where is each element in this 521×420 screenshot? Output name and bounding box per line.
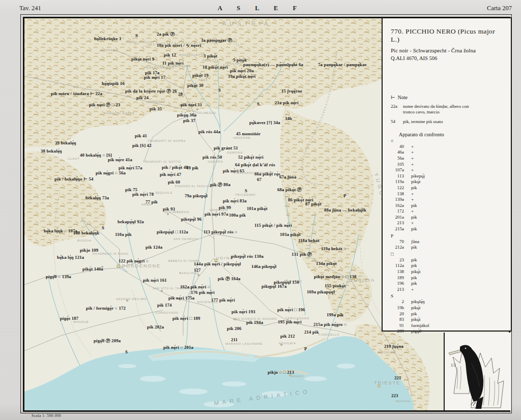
map-point-label: pik 35 <box>150 106 162 111</box>
map-point-label: 19a pikǫ́t nę́ri <box>228 74 255 79</box>
note-row: 22anome derivato da łónḑar, albero con t… <box>391 104 504 115</box>
map-point-label: pigǫ̂θ Ⓟ 209a <box>94 338 121 344</box>
legend-row-term: ʃûna <box>411 239 504 245</box>
legend-row: 56a+ <box>391 156 504 162</box>
legend-row: 107a+ <box>391 167 504 173</box>
map-point-label: pikǫ́t 30 <box>187 83 204 88</box>
legend-row-number: 122 <box>391 185 411 191</box>
map-point-label: 2a pik Ⓟ <box>157 32 175 38</box>
legend-row-term: + <box>411 191 504 197</box>
town-label: FORNI AVOLTRI <box>126 41 154 44</box>
legend-row-number: 56a <box>391 156 411 162</box>
map-point-label: 144a pik nę́ri / pikepǫ́ųl <box>194 261 241 266</box>
legend-group-symbol: S <box>391 293 504 299</box>
legend-row-term: + <box>411 167 504 173</box>
questionnaire-ref: Q.ALI 4670, AIS 506 <box>391 55 504 61</box>
town-dot <box>196 108 198 110</box>
map-point-label: pik / pikǫ́t 48 <box>162 165 188 170</box>
map-point-label: 52 pikǫ́t nę́ri <box>238 155 264 160</box>
town-label: PALUZZA <box>202 59 219 62</box>
map-point-label: pik Ⓟ 80a <box>210 182 230 188</box>
legend-row-number: 213 <box>391 287 411 293</box>
map-point-label: pik nę́ri □ 196 <box>277 307 305 312</box>
legend-row-number: 105 <box>391 162 411 168</box>
map-point-label: 119a bekót ○ <box>321 246 346 251</box>
map-point-label: 115 pikǫ́t / pik nę́ri <box>254 223 292 228</box>
note-number: 54 <box>391 119 403 125</box>
legend-row-term: pikepǫ́j <box>411 173 504 179</box>
town-dot <box>167 213 169 215</box>
map-point-label: pigǫ́s 187 <box>60 316 78 321</box>
town-dot <box>280 344 282 346</box>
legend-row-term: pik <box>411 263 504 269</box>
legend-row-number: 196 <box>391 281 411 287</box>
map-point-label: 40 bekalę́ŋ ○ [S] <box>80 153 112 158</box>
legend-row-number: 46a <box>391 149 411 156</box>
notes-header-label: Note <box>398 95 408 100</box>
legend-row-number: 215a <box>391 226 411 232</box>
town-label: TRAMONTI DI SOPRA <box>148 139 186 142</box>
legend-row: 201apik <box>391 215 504 221</box>
map-point-label: pik 206 <box>227 326 242 331</box>
map-point-label: pik 174 <box>157 303 172 308</box>
town-label: OSOPPO <box>208 160 223 163</box>
legend-row-number: 119a <box>391 179 411 185</box>
legend-row: 46a+ <box>391 149 504 156</box>
map-point-label: 162a pik nę́ri ○ <box>180 284 210 289</box>
map-point-label: S <box>257 101 259 106</box>
map-point-label: pik nę́ri 161 <box>143 278 167 283</box>
map-point-label: pik nę́ri 47 <box>160 172 181 177</box>
map-point-label: 34b <box>285 116 292 121</box>
map-point-label: 169a pikapǫ́ųl <box>307 289 335 294</box>
legend-row-term: pik <box>411 311 504 317</box>
legend-row-term: pik <box>411 226 504 232</box>
legend-row: 138pikǫ́t <box>391 269 504 275</box>
town-dot <box>197 274 199 276</box>
legend-row-term: + <box>411 197 504 203</box>
map-point-label: 3 pikǫ́t <box>204 53 217 58</box>
map-point-label: pik nę́ri 17 <box>144 75 165 80</box>
map-point-label: hǫ́llekrōŋke 1 <box>94 36 122 41</box>
legend-row-number: 19b <box>391 305 411 311</box>
map-point-label: pik nę́ri □ 189 <box>172 316 200 321</box>
map-point-label: pik nę́ri 20a <box>230 68 254 73</box>
map-point-label: pik 37 <box>183 118 195 123</box>
map-point-label: pigǫ̂θ ○ 139a <box>46 274 71 279</box>
legend-row-term: pikǫlę́ŋ <box>411 299 504 305</box>
legend-row-number: 138 <box>391 191 411 197</box>
town-label: AMPEZZO <box>148 100 166 103</box>
map-point-label: 155 pinkǫ́t <box>325 283 345 288</box>
legend-row: 23pik <box>391 257 504 263</box>
legend-row: 122pik <box>391 185 504 191</box>
map-point-label: S <box>245 188 247 193</box>
legend-row: 83pikǫ́t <box>391 317 504 323</box>
map-point-label: bę́ka lę́ŋk ○ 107a <box>44 228 77 233</box>
map-point-label: pik nę́ri 175a <box>168 295 194 301</box>
map-point-label: 177 pik nę́ri <box>211 297 235 303</box>
map-point-label: pik nę́ri 97a <box>205 212 228 217</box>
map-point-label: paumpę́ka(r) — pą́umlpęht 6a <box>243 62 303 67</box>
map-point-label: pik nę́ri 31 <box>181 102 202 107</box>
legend-row-number: 213 <box>391 220 411 226</box>
map-point-label: 146a pikepǫ́l <box>251 264 276 269</box>
map-point-label: 39 bekalę́ŋ <box>55 140 76 145</box>
apparato-section: Apparato di confronto ○40+46a+56a+105+10… <box>391 132 504 335</box>
map-point-label: pik / formigę́r ○ 172 <box>86 306 126 311</box>
map-point-label: pik 41 <box>135 133 147 138</box>
town-label: GRADO <box>291 375 304 378</box>
note-row: 54pik, termine più usato <box>391 119 504 125</box>
map-point-label: bekalę́ŋ 73a <box>85 195 109 200</box>
map-point-label: pik nę́ri 83a <box>223 198 247 203</box>
map-point-label: 211 <box>231 337 238 342</box>
legend-row-term: pik <box>411 281 504 287</box>
town-label: SEQUALS <box>155 191 172 194</box>
legend-row: 212apik <box>391 245 504 251</box>
apparato-title: Apparato di confronto <box>399 132 504 137</box>
town-label: PRATO CARNICO <box>144 66 175 69</box>
map-point-label: bę́ka lę́ŋ 121a <box>57 255 84 260</box>
map-point-label: S <box>218 87 221 93</box>
legend-row-term: pik <box>411 203 504 209</box>
map-point-label: pikepǫ́l rós 130a <box>231 254 264 259</box>
legend-row-term: + <box>411 162 504 168</box>
map-point-label: 3a pámpęχar Ⓟ <box>201 38 233 44</box>
